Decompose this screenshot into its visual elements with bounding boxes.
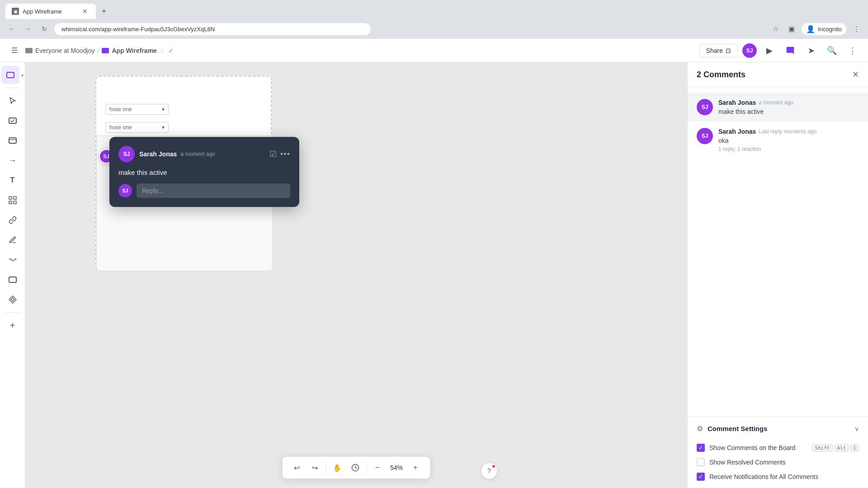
breadcrumb-file[interactable]: App Wireframe (102, 47, 156, 54)
breadcrumb-workspace[interactable]: Everyone at Moodjoy (25, 47, 95, 54)
show-comments-checkbox[interactable] (697, 444, 705, 452)
workspace-label: Everyone at Moodjoy (35, 47, 95, 54)
comment-1-time: a moment ago (759, 99, 793, 106)
canvas-area[interactable]: hose one ▾ hose one ▾ SJ (25, 62, 687, 488)
forward-btn[interactable]: → (22, 23, 34, 35)
file-icon (102, 48, 109, 53)
address-bar[interactable]: whimsical.com/app-wireframe-Fudpau5J3cGb… (54, 23, 371, 35)
incognito-label: Incognito (818, 26, 842, 33)
redo-btn[interactable]: ↪ (308, 460, 322, 475)
hand-tool-btn[interactable]: ✋ (330, 460, 344, 475)
share-icon: ⊡ (726, 47, 731, 54)
sidebar-icon[interactable]: ▣ (785, 23, 798, 35)
share-button[interactable]: Share ⊡ (699, 44, 738, 57)
frame-tool-group: ▾ (1, 66, 24, 84)
svg-rect-6 (9, 201, 12, 204)
resolve-comment-btn[interactable]: ☑ (269, 149, 277, 159)
back-btn[interactable]: ← (5, 23, 18, 35)
setting-show-comments: Show Comments on the Board Shift Alt C (697, 444, 859, 452)
right-panel: 2 Comments ✕ SJ Sarah Jonas a moment ago… (687, 62, 868, 488)
show-resolved-label: Show Resolved Comments (709, 459, 859, 466)
pen-tool-btn[interactable] (4, 231, 22, 249)
comment-item-2[interactable]: SJ Sarah Jonas Last reply moments ago ok… (688, 122, 868, 159)
dropdown-1[interactable]: hose one ▾ (105, 104, 169, 115)
shortcut-shift: Shift (812, 444, 832, 452)
left-toolbar: ▾ → T (0, 62, 25, 488)
comment-settings: ⚙ Comment Settings ∨ Show Comments on th… (688, 417, 868, 488)
svg-rect-7 (14, 201, 16, 204)
tab-bar: ▣ App Wireframe ✕ + (0, 0, 868, 19)
select-tool-btn[interactable] (4, 92, 22, 110)
show-resolved-checkbox[interactable] (697, 458, 705, 466)
comment-2-time: Last reply moments ago (759, 128, 816, 135)
browser-menu-btn[interactable]: ⋮ (850, 23, 863, 35)
panel-close-btn[interactable]: ✕ (852, 70, 859, 80)
file-label: App Wireframe (112, 47, 156, 54)
checkbox-tool-btn[interactable] (4, 112, 22, 130)
comment-popup: SJ Sarah Jonas a moment ago ☑ ••• make t… (109, 137, 299, 207)
present-btn[interactable]: ▶ (761, 42, 778, 59)
link-tool-btn[interactable] (4, 211, 22, 229)
dropdown-2-value: hose one (109, 124, 132, 131)
grid-tool-btn[interactable] (4, 191, 22, 209)
new-tab-btn[interactable]: + (98, 5, 110, 18)
browser-tab[interactable]: ▣ App Wireframe ✕ (5, 4, 96, 19)
bottom-toolbar: ↩ ↪ ✋ − 54% + (282, 456, 430, 479)
notifications-checkbox[interactable] (697, 473, 705, 481)
comment-1-author: Sarah Jonas (718, 99, 756, 106)
comment-item-1[interactable]: SJ Sarah Jonas a moment ago make this ac… (688, 93, 868, 122)
squiggle-tool-btn[interactable] (4, 251, 22, 269)
shortcut-c: C (850, 444, 859, 452)
history-btn[interactable] (348, 460, 363, 475)
comment-settings-options: Show Comments on the Board Shift Alt C S… (688, 440, 868, 488)
comment-2-author: Sarah Jonas (718, 128, 756, 135)
svg-marker-9 (9, 296, 16, 303)
panel-title: 2 Comments (697, 70, 852, 80)
zoom-in-btn[interactable]: + (408, 460, 423, 475)
help-btn[interactable]: ? (481, 463, 497, 479)
comment-popup-time: a moment ago (180, 151, 215, 157)
toolbar-divider-2 (5, 312, 20, 313)
help-notification-dot (491, 464, 496, 469)
breadcrumb-check-icon: ✓ (168, 47, 174, 54)
tab-close-btn[interactable]: ✕ (80, 7, 90, 16)
incognito-btn[interactable]: 👤 Incognito (802, 23, 846, 35)
comment-popup-text: make this active (118, 169, 290, 176)
tab-favicon: ▣ (12, 8, 19, 15)
notifications-label: Receive Notifications for All Comments (709, 473, 859, 480)
share-label: Share (706, 47, 723, 54)
user-avatar[interactable]: SJ (742, 43, 757, 58)
component-tool-btn[interactable] (4, 291, 22, 309)
workspace-icon (25, 48, 33, 53)
zoom-out-btn[interactable]: − (370, 460, 385, 475)
arrow-tool-btn[interactable]: → (4, 151, 22, 169)
search-btn[interactable]: 🔍 (824, 42, 840, 59)
svg-rect-8 (9, 277, 16, 282)
comment-panel-btn[interactable] (782, 42, 798, 59)
frame-tool-btn[interactable] (1, 66, 19, 84)
comment-settings-header[interactable]: ⚙ Comment Settings ∨ (688, 417, 868, 440)
comment-2-avatar: SJ (697, 128, 713, 144)
main-content: ▾ → T (0, 62, 868, 488)
send-btn[interactable]: ➤ (803, 42, 819, 59)
comment-2-header: Sarah Jonas Last reply moments ago (718, 128, 859, 135)
bookmark-icon[interactable]: ☆ (769, 23, 782, 35)
more-comment-btn[interactable]: ••• (280, 150, 290, 159)
container-tool-btn[interactable] (4, 271, 22, 289)
add-element-btn[interactable]: + (4, 316, 22, 334)
reply-input[interactable] (137, 183, 290, 198)
undo-btn[interactable]: ↩ (290, 460, 304, 475)
topbar: ☰ Everyone at Moodjoy / App Wireframe ☆ … (0, 39, 868, 62)
breadcrumb-star-icon[interactable]: ☆ (160, 47, 165, 54)
menu-btn[interactable]: ☰ (7, 43, 22, 58)
toolbar-separator-1 (326, 462, 326, 473)
zoom-level[interactable]: 54% (388, 464, 405, 471)
more-options-btn[interactable]: ⋮ (844, 42, 861, 59)
dropdown-1-value: hose one (109, 106, 132, 113)
frame2-tool-btn[interactable] (4, 131, 22, 150)
text-tool-btn[interactable]: T (4, 171, 22, 189)
refresh-btn[interactable]: ↻ (38, 23, 51, 35)
breadcrumb: Everyone at Moodjoy / App Wireframe ☆ ✓ (25, 47, 174, 54)
frame-tool-chevron-icon[interactable]: ▾ (21, 73, 24, 78)
dropdown-2[interactable]: hose one ▾ (105, 122, 169, 133)
